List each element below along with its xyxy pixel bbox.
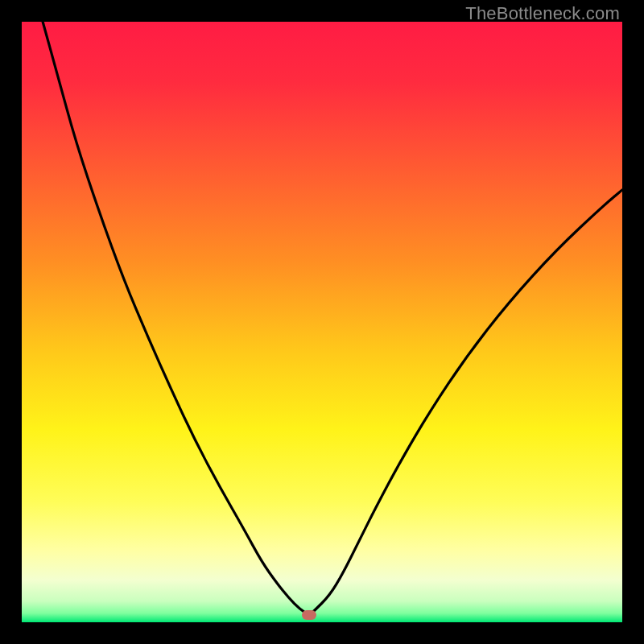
optimal-marker	[302, 610, 316, 620]
chart-frame: TheBottleneck.com	[0, 0, 644, 644]
plot-area	[22, 22, 622, 622]
bottleneck-curve	[22, 22, 622, 622]
